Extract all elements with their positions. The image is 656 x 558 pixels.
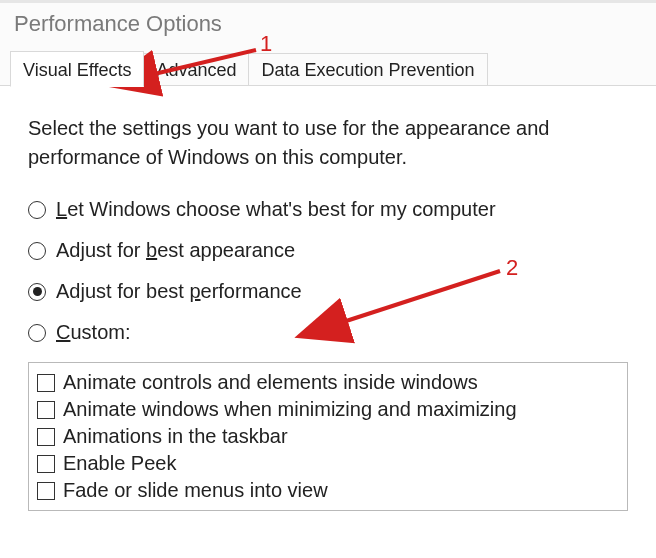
tab-label: Visual Effects bbox=[23, 60, 131, 80]
annotation-arrow-2 bbox=[340, 271, 500, 323]
performance-options-window: Performance Options Visual Effects Advan… bbox=[0, 0, 656, 558]
tab-visual-effects[interactable]: Visual Effects bbox=[10, 51, 144, 87]
annotation-arrow-1 bbox=[150, 50, 256, 75]
